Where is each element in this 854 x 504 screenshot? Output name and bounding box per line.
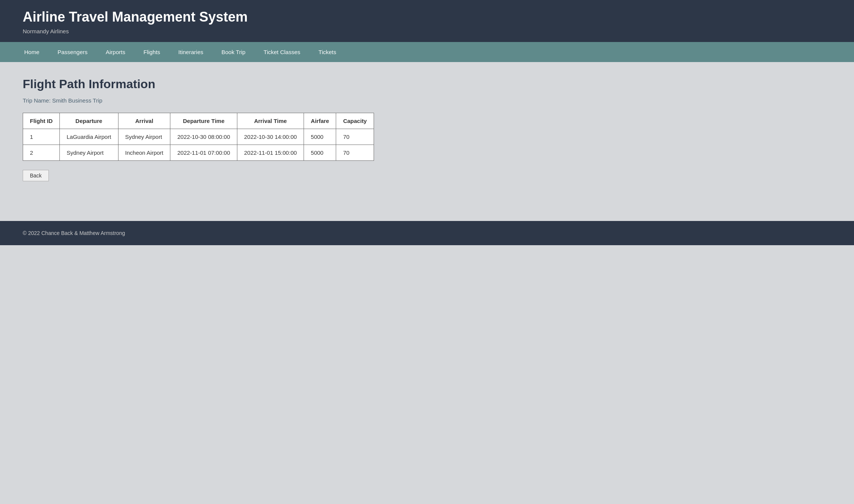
main-content: Flight Path Information Trip Name: Smith…: [0, 62, 854, 213]
nav-home[interactable]: Home: [15, 42, 48, 62]
app-subtitle: Normandy Airlines: [23, 28, 831, 34]
col-airfare: Airfare: [304, 113, 336, 129]
nav-ticket-classes[interactable]: Ticket Classes: [254, 42, 309, 62]
nav-itineraries[interactable]: Itineraries: [169, 42, 212, 62]
footer: © 2022 Chance Back & Matthew Armstrong: [0, 221, 854, 245]
footer-copyright: © 2022 Chance Back & Matthew Armstrong: [23, 230, 125, 236]
table-cell: 70: [336, 129, 374, 145]
table-cell: LaGuardia Airport: [60, 129, 118, 145]
nav-passengers[interactable]: Passengers: [48, 42, 97, 62]
header: Airline Travel Management System Normand…: [0, 0, 854, 42]
trip-name: Trip Name: Smith Business Trip: [23, 97, 831, 104]
table-row: 2Sydney AirportIncheon Airport2022-11-01…: [23, 145, 374, 161]
table-cell: 1: [23, 129, 60, 145]
app-title: Airline Travel Management System: [23, 9, 831, 25]
table-cell: Sydney Airport: [118, 129, 170, 145]
table-cell: 5000: [304, 129, 336, 145]
navigation: Home Passengers Airports Flights Itinera…: [0, 42, 854, 62]
col-arrival: Arrival: [118, 113, 170, 129]
back-button[interactable]: Back: [23, 170, 49, 181]
col-arrival-time: Arrival Time: [237, 113, 304, 129]
table-cell: 2: [23, 145, 60, 161]
nav-tickets[interactable]: Tickets: [309, 42, 345, 62]
col-departure: Departure: [60, 113, 118, 129]
nav-book-trip[interactable]: Book Trip: [212, 42, 254, 62]
table-cell: 2022-11-01 15:00:00: [237, 145, 304, 161]
table-cell: 70: [336, 145, 374, 161]
col-departure-time: Departure Time: [170, 113, 237, 129]
table-header-row: Flight ID Departure Arrival Departure Ti…: [23, 113, 374, 129]
nav-airports[interactable]: Airports: [97, 42, 134, 62]
flight-path-table: Flight ID Departure Arrival Departure Ti…: [23, 113, 374, 161]
table-cell: 2022-10-30 14:00:00: [237, 129, 304, 145]
table-cell: Sydney Airport: [60, 145, 118, 161]
table-row: 1LaGuardia AirportSydney Airport2022-10-…: [23, 129, 374, 145]
nav-flights[interactable]: Flights: [134, 42, 169, 62]
table-cell: 5000: [304, 145, 336, 161]
table-cell: 2022-11-01 07:00:00: [170, 145, 237, 161]
col-flight-id: Flight ID: [23, 113, 60, 129]
table-cell: 2022-10-30 08:00:00: [170, 129, 237, 145]
table-cell: Incheon Airport: [118, 145, 170, 161]
col-capacity: Capacity: [336, 113, 374, 129]
page-title: Flight Path Information: [23, 77, 831, 91]
